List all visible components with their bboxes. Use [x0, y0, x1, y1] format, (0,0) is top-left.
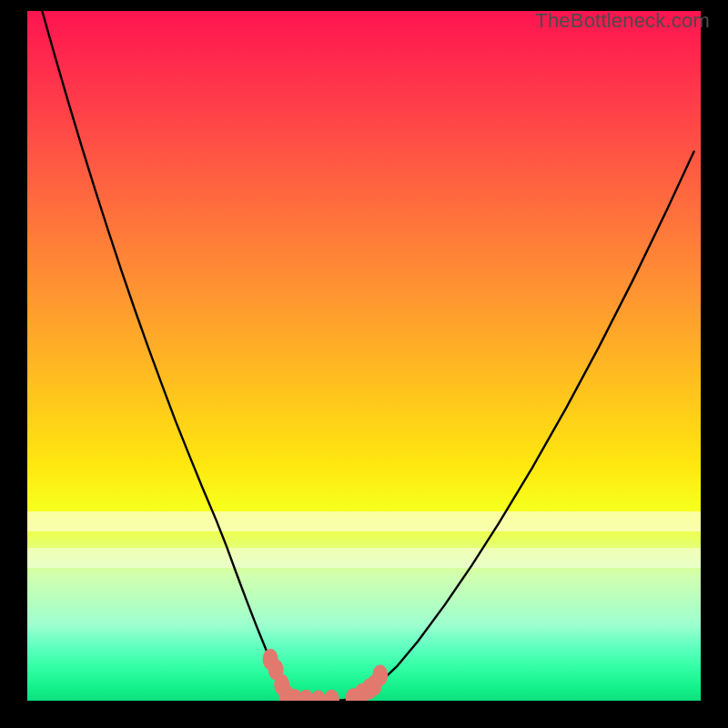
data-marker [372, 665, 388, 686]
curves-layer [27, 11, 701, 701]
chart-frame: TheBottleneck.com [0, 0, 728, 728]
bottleneck-curve [41, 11, 694, 701]
data-markers [263, 649, 389, 701]
data-marker [324, 690, 339, 701]
data-marker [310, 691, 326, 702]
watermark-text: TheBottleneck.com [535, 9, 710, 33]
bottleneck-curve-path [41, 11, 694, 701]
